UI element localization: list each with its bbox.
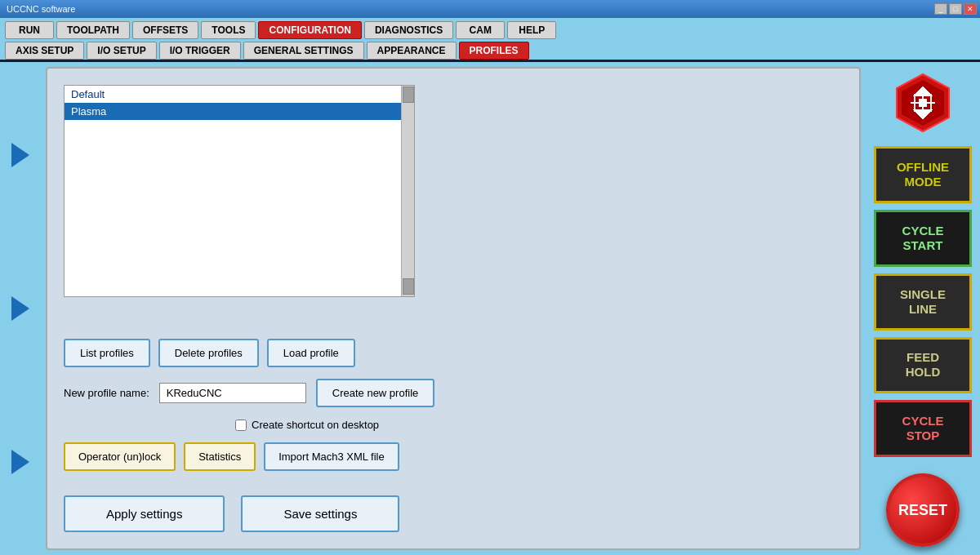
left-arrow-3[interactable] xyxy=(8,450,33,474)
save-settings-button[interactable]: Save settings xyxy=(241,495,399,532)
title-bar: UCCNC software _ □ ✕ xyxy=(0,0,980,18)
shortcut-checkbox[interactable] xyxy=(235,420,247,431)
logo-container xyxy=(890,70,956,135)
scroll-thumb-bottom xyxy=(403,278,414,295)
main-layout: Default Plasma List profiles Delete prof… xyxy=(0,62,980,555)
left-panel xyxy=(0,62,41,555)
profile-action-btn-row: List profiles Delete profiles Load profi… xyxy=(64,339,843,367)
new-profile-input[interactable] xyxy=(159,383,306,403)
reset-button[interactable]: RESET xyxy=(886,473,960,547)
profile-item-default[interactable]: Default xyxy=(65,86,414,103)
apply-save-row: Apply settings Save settings xyxy=(64,479,843,532)
new-profile-row: New profile name: Create new profile xyxy=(64,379,843,407)
profile-item-plasma[interactable]: Plasma xyxy=(65,103,414,120)
single-line-button[interactable]: SINGLE LINE xyxy=(874,273,972,331)
delete-profiles-button[interactable]: Delete profiles xyxy=(158,339,259,367)
tab-io-trigger[interactable]: I/O TRIGGER xyxy=(159,42,241,60)
profile-list-container: Default Plasma xyxy=(64,85,843,326)
tab-appearance[interactable]: APPEARANCE xyxy=(367,42,457,60)
app-title: UCCNC software xyxy=(7,4,75,14)
create-new-profile-button[interactable]: Create new profile xyxy=(316,379,435,407)
feed-hold-button[interactable]: FEED HOLD xyxy=(874,337,972,394)
top-nav-row: RUN TOOLPATH OFFSETS TOOLS CONFIGURATION… xyxy=(5,21,975,39)
tab-diagnostics[interactable]: DIAGNOSTICS xyxy=(364,21,453,39)
tab-tools[interactable]: TOOLS xyxy=(201,21,256,39)
tab-cam[interactable]: CAM xyxy=(456,21,505,39)
minimize-btn[interactable]: _ xyxy=(934,3,947,15)
checkbox-row: Create shortcut on desktop xyxy=(235,419,843,431)
cycle-stop-button[interactable]: CYCLE STOP xyxy=(874,400,972,457)
logo-icon xyxy=(890,70,956,135)
tab-io-setup[interactable]: I/O SETUP xyxy=(87,42,156,60)
bottom-btn-row: Operator (un)lock Statistics Import Mach… xyxy=(64,442,843,471)
offline-mode-button[interactable]: OFFLINE MODE xyxy=(874,146,972,203)
tab-help[interactable]: HELP xyxy=(507,21,556,39)
tab-run[interactable]: RUN xyxy=(5,21,54,39)
profile-scrollbar[interactable] xyxy=(401,86,414,296)
new-profile-label: New profile name: xyxy=(64,387,149,399)
apply-settings-button[interactable]: Apply settings xyxy=(64,495,225,532)
window-controls: _ □ ✕ xyxy=(934,3,977,15)
tab-axis-setup[interactable]: AXIS SETUP xyxy=(5,42,84,60)
arrow-right-icon-2 xyxy=(11,296,29,321)
tab-toolpath[interactable]: TOOLPATH xyxy=(56,21,130,39)
maximize-btn[interactable]: □ xyxy=(949,3,962,15)
shortcut-checkbox-label: Create shortcut on desktop xyxy=(252,419,379,431)
nav-tabs-container: RUN TOOLPATH OFFSETS TOOLS CONFIGURATION… xyxy=(0,18,980,60)
load-profile-button[interactable]: Load profile xyxy=(267,339,355,367)
tab-offsets[interactable]: OFFSETS xyxy=(132,21,198,39)
operator-unlock-button[interactable]: Operator (un)lock xyxy=(64,442,176,471)
tab-profiles[interactable]: PROFILES xyxy=(459,42,529,60)
import-mach3-button[interactable]: Import Mach3 XML file xyxy=(264,442,399,471)
cycle-start-button[interactable]: CYCLE START xyxy=(874,210,972,267)
tab-general-settings[interactable]: GENERAL SETTINGS xyxy=(243,42,364,60)
close-btn[interactable]: ✕ xyxy=(964,3,977,15)
arrow-right-icon-1 xyxy=(11,143,29,167)
arrow-right-icon-3 xyxy=(11,450,29,474)
content-area: Default Plasma List profiles Delete prof… xyxy=(46,67,861,550)
left-arrow-2[interactable] xyxy=(8,296,33,321)
right-panel: OFFLINE MODE CYCLE START SINGLE LINE FEE… xyxy=(866,62,980,555)
list-profiles-button[interactable]: List profiles xyxy=(64,339,150,367)
sub-nav-row: AXIS SETUP I/O SETUP I/O TRIGGER GENERAL… xyxy=(5,42,975,60)
tab-configuration[interactable]: CONFIGURATION xyxy=(258,21,361,39)
profile-list-wrapper: Default Plasma xyxy=(64,85,415,297)
left-arrow-1[interactable] xyxy=(8,143,33,167)
scroll-thumb-top xyxy=(403,87,414,103)
statistics-button[interactable]: Statistics xyxy=(184,442,256,471)
